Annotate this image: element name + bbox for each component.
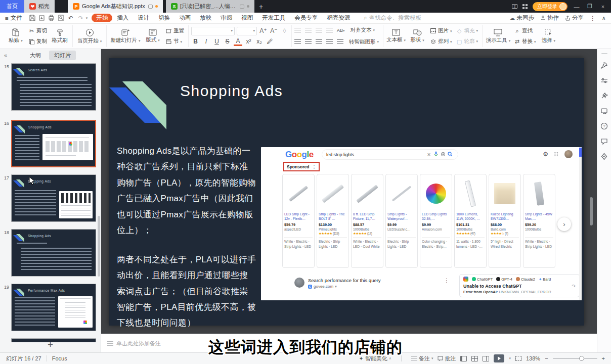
slide-title[interactable]: Shopping Ads: [180, 82, 283, 100]
new-tab-button[interactable]: +: [254, 0, 268, 13]
docer-rocket-icon[interactable]: [600, 62, 608, 69]
arrange-button[interactable]: 排列 ▾: [428, 37, 453, 46]
print-icon[interactable]: [48, 15, 55, 21]
select-button[interactable]: 选择 ▾: [538, 25, 558, 48]
highlight-button[interactable]: 🖉: [266, 38, 274, 45]
print-preview-icon[interactable]: [58, 15, 64, 21]
decrease-indent-icon[interactable]: [316, 28, 322, 33]
menu-item-transition[interactable]: 切换: [154, 14, 174, 22]
slide-thumbnail-17[interactable]: Shopping Ads: [11, 174, 96, 222]
clear-format-icon[interactable]: ◊: [280, 27, 289, 34]
to-smartart-button[interactable]: 转智能图形 ▾: [347, 37, 380, 47]
subscript-button[interactable]: x₂: [255, 38, 264, 45]
slide-thumbnail-15[interactable]: Search Ads: [11, 63, 96, 111]
history-caret-icon[interactable]: ▾: [86, 16, 88, 20]
menu-item-animation[interactable]: 动画: [174, 14, 195, 22]
properties-sliders-icon[interactable]: [600, 77, 608, 84]
menu-item-devtools[interactable]: 开发工具: [257, 14, 290, 22]
paste-button[interactable]: 粘贴 ▾: [6, 25, 26, 48]
font-size-select[interactable]: ▾: [237, 27, 257, 35]
cut-button[interactable]: ✂剪切: [27, 26, 49, 35]
collapse-ribbon-icon[interactable]: ∧: [602, 15, 606, 22]
text-direction-icon[interactable]: AB▾: [337, 28, 345, 33]
menu-item-review[interactable]: 审阅: [216, 14, 237, 22]
find-button[interactable]: ⌕查找: [512, 26, 537, 35]
tab-home[interactable]: 首页: [0, 0, 24, 13]
slide-body-text[interactable]: Shopping Ads是以产品为基础的一种谷歌广告系列，目前只剩下标准购物广告…: [117, 143, 256, 331]
superscript-button[interactable]: x²: [244, 38, 253, 45]
text-box-button[interactable]: 文本框 ▾: [386, 25, 406, 48]
slide-decoration-shapes[interactable]: [109, 77, 170, 138]
format-painter-button[interactable]: 格式刷: [50, 25, 70, 48]
decrease-font-icon[interactable]: A⁻: [270, 27, 278, 34]
line-spacing-icon[interactable]: [337, 39, 343, 44]
tab-document-2[interactable]: S [只读]已解密_...人编辑广种草bf: [166, 0, 254, 13]
editing-canvas[interactable]: Shopping Ads Shopping Ads是以产品为基础的一种谷歌广告系…: [101, 49, 597, 334]
redo-icon[interactable]: ↷: [77, 15, 85, 22]
fill-button[interactable]: ◇填充 ▾: [454, 26, 479, 35]
menu-file[interactable]: ≡ 文件: [5, 14, 22, 22]
picture-button[interactable]: 图片 ▾: [428, 26, 453, 35]
close-button[interactable]: ×: [599, 4, 607, 10]
menu-item-home[interactable]: 开始: [92, 14, 112, 22]
menu-item-member[interactable]: 会员专享: [290, 14, 322, 22]
minimize-button[interactable]: —: [573, 4, 581, 10]
slide-thumbnail-16-selected[interactable]: Shopping Ads: [11, 120, 96, 167]
collaborate-button[interactable]: 协作: [540, 14, 559, 22]
rail-drag-handle[interactable]: [601, 53, 607, 54]
google-screenshot-image[interactable]: Google led strip lights ✕ ⚙ Sponsored ⋮: [261, 147, 582, 300]
more-options-icon[interactable]: ⋮: [590, 15, 596, 22]
share-button[interactable]: 分享: [565, 14, 584, 22]
apps-grid-icon[interactable]: [522, 4, 528, 9]
menu-item-slideshow[interactable]: 放映: [195, 14, 216, 22]
tab-outline[interactable]: 大纲: [25, 51, 46, 60]
shapes-button[interactable]: 形状 ▾: [407, 25, 427, 48]
font-color-button[interactable]: A: [234, 37, 242, 46]
menu-item-insert[interactable]: 插入: [112, 14, 133, 22]
presentation-tools-button[interactable]: 演示工具 ▾: [485, 25, 511, 48]
section-button[interactable]: 节 ▾: [164, 37, 186, 46]
numbered-list-icon[interactable]: [305, 28, 312, 33]
sync-status[interactable]: ☁未同步: [509, 14, 534, 22]
slide-thumbnail-18[interactable]: Shopping Ads: [11, 229, 96, 277]
slide-16[interactable]: Shopping Ads Shopping Ads是以产品为基础的一种谷歌广告系…: [109, 58, 584, 326]
login-button[interactable]: 立即登录: [533, 2, 568, 11]
font-name-select[interactable]: ▾: [191, 27, 235, 35]
undo-icon[interactable]: ↶: [67, 15, 75, 22]
slide-thumbnail-19[interactable]: Performance Max Ads: [11, 284, 96, 331]
play-from-current-button[interactable]: 当页开始 ▾: [75, 25, 104, 48]
align-center-icon[interactable]: [305, 39, 312, 44]
copy-button[interactable]: 复制: [27, 37, 49, 46]
bold-button[interactable]: B: [191, 38, 200, 45]
restore-button[interactable]: ❐: [586, 3, 594, 10]
outline-button[interactable]: ▢轮廓 ▾: [454, 37, 479, 46]
help-icon[interactable]: ?: [600, 122, 608, 130]
tab-docer[interactable]: ❤ 稻壳: [24, 0, 55, 13]
increase-indent-icon[interactable]: [326, 28, 333, 33]
align-right-icon[interactable]: [316, 39, 322, 44]
tab-document-active[interactable]: P Google Ads基础知识.pptx: [68, 0, 163, 13]
export-icon[interactable]: [38, 15, 45, 21]
save-icon[interactable]: [29, 15, 35, 21]
bullet-list-icon[interactable]: [294, 28, 301, 33]
thumbnail-scrollbar[interactable]: [98, 216, 100, 277]
canvas-scrollbar[interactable]: [590, 197, 593, 225]
align-left-icon[interactable]: [294, 39, 301, 44]
skill-tips-icon[interactable]: [600, 153, 608, 160]
underline-button[interactable]: U: [212, 38, 221, 45]
tab-slides[interactable]: 幻灯片: [49, 51, 76, 60]
zoom-slider[interactable]: [553, 358, 597, 359]
reset-button[interactable]: 重置: [164, 26, 186, 35]
feedback-icon[interactable]: [600, 138, 608, 145]
menu-item-design[interactable]: 设计: [133, 14, 154, 22]
screen-mirror-icon[interactable]: [600, 107, 608, 115]
italic-button[interactable]: I: [202, 38, 210, 45]
increase-font-icon[interactable]: A⁺: [259, 27, 268, 34]
window-manager-icon[interactable]: 2: [512, 4, 517, 9]
menu-item-docer-resources[interactable]: 稻壳资源: [322, 14, 355, 22]
collapse-panel-button[interactable]: «: [0, 52, 11, 58]
strikethrough-button[interactable]: S: [223, 38, 232, 45]
justify-icon[interactable]: [326, 39, 333, 44]
new-slide-button[interactable]: 新建幻灯片 ▾: [109, 25, 142, 48]
align-text-button[interactable]: 对齐文本 ▾: [349, 26, 377, 35]
